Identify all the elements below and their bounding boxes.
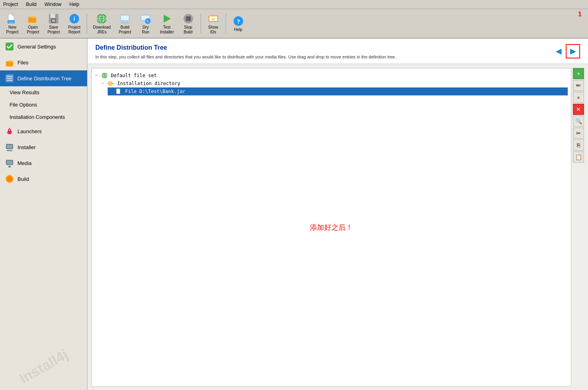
- svg-text:↻: ↻: [146, 19, 149, 23]
- project-report-button[interactable]: i ProjectReport: [64, 11, 84, 36]
- action-buttons: + ✏ ● ✕ 🔍 ✂ ⎘: [571, 68, 584, 387]
- sidebar-label-media: Media: [17, 160, 31, 166]
- sidebar-item-launchers[interactable]: Launchers: [0, 123, 87, 139]
- toolbar-annotation: 1: [578, 11, 582, 18]
- paste-icon: 📋: [575, 154, 582, 160]
- circle-button[interactable]: ●: [573, 92, 584, 103]
- menu-bar: Project Build Window Help: [0, 0, 588, 9]
- download-jres-icon: [95, 12, 108, 25]
- copy-button[interactable]: ⎘: [573, 140, 584, 151]
- svg-rect-45: [7, 150, 12, 151]
- svg-point-62: [109, 83, 111, 84]
- build-project-icon: [118, 12, 131, 25]
- sidebar-item-view-results[interactable]: View Results: [0, 86, 87, 99]
- menu-window[interactable]: Window: [43, 1, 63, 8]
- sidebar-item-installer[interactable]: Installer: [0, 139, 87, 155]
- toolbar-sep-1: [87, 14, 87, 33]
- open-project-label: OpenProject: [27, 25, 39, 35]
- sidebar-label-installation-components: Installation Components: [10, 114, 65, 120]
- sidebar-item-general-settings[interactable]: General Settings: [0, 39, 87, 54]
- sidebar-label-file-options: File Options: [10, 102, 37, 108]
- stop-build-icon: [182, 12, 195, 25]
- svg-rect-27: [186, 16, 191, 21]
- sidebar-item-file-options[interactable]: File Options: [0, 99, 87, 111]
- add-button[interactable]: +: [573, 68, 584, 79]
- sidebar-item-installation-components[interactable]: Installation Components: [0, 111, 87, 123]
- svg-rect-55: [6, 179, 8, 179]
- general-settings-icon: [5, 42, 14, 51]
- sidebar-item-build[interactable]: Build: [0, 171, 87, 187]
- build-project-button[interactable]: BuildProject: [115, 11, 135, 36]
- download-jres-button[interactable]: DownloadJREs: [89, 11, 114, 36]
- paste-button[interactable]: 📋: [573, 151, 584, 163]
- dry-run-button[interactable]: ↻ DryRun: [135, 11, 155, 36]
- expand-icon-1: −: [95, 73, 100, 78]
- nav-next-button[interactable]: ▶: [566, 44, 580, 58]
- svg-marker-25: [164, 15, 171, 23]
- show-ids-label: ShowIDs: [208, 25, 218, 35]
- test-installer-button[interactable]: TestInstaller: [156, 11, 177, 36]
- search-button[interactable]: 🔍: [573, 116, 584, 127]
- tree-content: − Default file set −: [92, 68, 571, 99]
- build-project-label: BuildProject: [119, 25, 131, 35]
- svg-text:NEW: NEW: [8, 21, 14, 23]
- open-project-icon: [27, 12, 39, 25]
- tree-node-default-file-set[interactable]: − Default file set: [95, 72, 568, 80]
- tree-panel: − Default file set −: [91, 68, 571, 387]
- tree-label-installation-directory: Installation directory: [117, 81, 180, 86]
- sidebar-item-define-distribution-tree[interactable]: Define Distribution Tree: [0, 70, 87, 86]
- save-project-icon: [47, 12, 60, 25]
- edit-icon: ✏: [576, 82, 581, 89]
- sidebar-item-media[interactable]: Media: [0, 155, 87, 171]
- save-project-label: SaveProject: [47, 25, 60, 35]
- test-installer-icon: [161, 12, 173, 25]
- toolbar-sep-2: [201, 14, 201, 33]
- menu-project[interactable]: Project: [2, 1, 19, 8]
- toolbar-sep-3: [226, 14, 226, 33]
- sidebar-watermark: Install4j: [16, 346, 71, 387]
- sidebar: General Settings Files Def: [0, 39, 87, 390]
- svg-text:ID: ID: [212, 17, 215, 21]
- svg-rect-17: [121, 16, 129, 20]
- open-project-button[interactable]: OpenProject: [23, 11, 43, 36]
- cut-button[interactable]: ✂: [573, 128, 584, 139]
- svg-text:i: i: [74, 16, 75, 22]
- help-button[interactable]: ? Help: [228, 13, 248, 34]
- project-report-label: ProjectReport: [68, 25, 80, 35]
- tree-node-installation-directory[interactable]: − Installation directory: [101, 80, 568, 87]
- stop-build-button[interactable]: StopBuild: [178, 11, 198, 36]
- svg-rect-7: [50, 14, 55, 18]
- svg-rect-47: [7, 161, 12, 164]
- svg-rect-54: [9, 181, 10, 182]
- dry-run-label: DryRun: [142, 25, 149, 35]
- sidebar-label-define-distribution-tree: Define Distribution Tree: [17, 76, 72, 81]
- files-icon: [5, 58, 14, 67]
- center-annotation: 添加好之后！: [310, 223, 353, 232]
- save-project-button[interactable]: SaveProject: [44, 11, 64, 36]
- svg-rect-9: [52, 19, 55, 22]
- launchers-icon: [5, 126, 14, 136]
- expand-icon-2: −: [101, 81, 106, 85]
- menu-build[interactable]: Build: [24, 1, 38, 8]
- show-ids-button[interactable]: ID ShowIDs: [203, 11, 223, 36]
- new-project-button[interactable]: NEW NewProject: [2, 11, 22, 36]
- sidebar-label-launchers: Launchers: [17, 128, 42, 134]
- menu-help[interactable]: Help: [68, 1, 81, 8]
- cut-icon: ✂: [576, 130, 581, 136]
- sidebar-item-files[interactable]: Files: [0, 54, 87, 70]
- new-project-icon: NEW: [6, 12, 19, 25]
- nav-prev-button[interactable]: ◀: [551, 44, 566, 58]
- tree-node-file-entry[interactable]: File D:\Test\Bank.jar: [108, 87, 568, 95]
- edit-button[interactable]: ✏: [573, 80, 584, 91]
- svg-rect-5: [28, 18, 36, 23]
- delete-icon: ✕: [576, 106, 581, 113]
- circle-icon: ●: [577, 94, 580, 101]
- show-ids-icon: ID: [207, 12, 220, 25]
- delete-button[interactable]: ✕: [573, 104, 584, 115]
- new-project-label: NewProject: [6, 25, 18, 35]
- svg-rect-56: [12, 179, 13, 179]
- add-icon: +: [577, 70, 580, 77]
- svg-text:?: ?: [236, 18, 240, 25]
- project-report-icon: i: [68, 12, 81, 25]
- svg-rect-53: [9, 175, 10, 177]
